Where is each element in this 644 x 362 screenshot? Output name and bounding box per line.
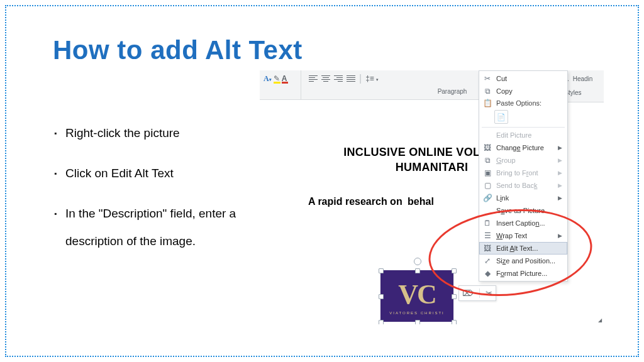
ctx-group: ⧉ Group ▶ — [479, 154, 567, 167]
font-group: A▾ ✎ A ◢ — [260, 70, 301, 99]
chevron-right-icon: ▶ — [558, 195, 562, 201]
save-icon — [483, 206, 492, 215]
ctx-format-picture[interactable]: ◆ Format Picture... — [479, 267, 567, 280]
crop-icon[interactable]: ✂ — [486, 288, 492, 298]
send-back-icon: ▢ — [483, 181, 492, 190]
change-picture-icon: 🖼 — [483, 143, 492, 152]
bullet-item: In the "Description" field, enter a desc… — [54, 200, 249, 255]
chevron-right-icon: ▶ — [558, 170, 562, 176]
ctx-paste-header: 📋 Paste Options: — [479, 97, 567, 109]
line-spacing-icon[interactable]: ‡≡ ▾ — [365, 74, 379, 83]
ctx-edit-picture: Edit Picture — [479, 129, 567, 141]
chevron-right-icon: ▶ — [558, 157, 562, 163]
logo-subtext: VIATORES CHRISTI — [389, 311, 444, 315]
ctx-cut[interactable]: ✂ Cut — [479, 72, 567, 85]
resize-handle[interactable] — [415, 268, 420, 273]
resize-handle[interactable] — [452, 268, 457, 273]
chevron-right-icon: ▶ — [558, 145, 562, 151]
layout-options-toolbar[interactable]: ⌦ ✂ — [458, 285, 496, 301]
link-icon: 🔗 — [483, 194, 492, 202]
resize-handle[interactable] — [379, 268, 384, 273]
highlight-icon[interactable]: ✎ — [274, 74, 280, 83]
bullet-item: Right-click the picture — [54, 119, 249, 147]
ctx-insert-caption[interactable]: 🗒 Insert Caption... — [479, 217, 567, 229]
align-justify-icon[interactable] — [347, 75, 355, 82]
chevron-right-icon: ▶ — [558, 182, 562, 189]
font-color-icon[interactable]: A — [282, 74, 287, 83]
resize-handle[interactable] — [415, 320, 420, 324]
format-icon: ◆ — [483, 269, 492, 278]
ctx-bring-front: ▣ Bring to Front ▶ — [479, 167, 567, 179]
rotate-handle-icon[interactable] — [414, 258, 421, 265]
paragraph-label: Paragraph — [438, 88, 467, 95]
size-icon: ⤢ — [483, 256, 492, 265]
context-menu: ✂ Cut ⧉ Copy 📋 Paste Options: 📄 Edit Pic… — [479, 70, 568, 282]
ctx-change-picture[interactable]: 🖼 Change Picture ▶ — [479, 141, 567, 154]
chevron-right-icon: ▶ — [558, 233, 562, 239]
ctx-save-as-picture[interactable]: Save as Picture... — [479, 204, 567, 217]
selected-image[interactable]: VC VIATORES CHRISTI — [380, 270, 453, 322]
slide-title: How to add Alt Text — [53, 35, 303, 65]
group-icon: ⧉ — [483, 156, 492, 165]
wrap-text-icon: ☰ — [483, 231, 492, 240]
resize-handle[interactable] — [379, 320, 384, 324]
clipboard-icon: 📋 — [483, 99, 492, 107]
blank-icon — [483, 131, 492, 140]
separator — [482, 127, 565, 128]
ctx-edit-alt-text[interactable]: 🖼 Edit Alt Text... — [479, 242, 567, 255]
ctx-size-position[interactable]: ⤢ Size and Position... — [479, 255, 567, 267]
align-right-icon[interactable] — [334, 75, 343, 82]
ctx-copy[interactable]: ⧉ Copy — [479, 85, 567, 97]
bring-front-icon: ▣ — [483, 168, 492, 177]
paste-option-button[interactable]: 📄 — [494, 110, 508, 124]
style-item[interactable]: Headin — [573, 75, 593, 82]
caption-icon: 🗒 — [483, 219, 492, 228]
resize-handle[interactable] — [379, 294, 384, 299]
layout-options-icon[interactable]: ⌦ — [462, 288, 474, 298]
align-center-icon[interactable] — [321, 75, 330, 82]
alt-text-icon: 🖼 — [483, 244, 492, 253]
scissors-icon: ✂ — [483, 74, 492, 83]
ctx-link[interactable]: 🔗 Link ▶ — [479, 192, 567, 204]
word-screenshot: A▾ ✎ A ◢ | ‡≡ ▾ Paragraph ◢ — [260, 70, 604, 324]
copy-icon: ⧉ — [483, 87, 492, 96]
ctx-wrap-text[interactable]: ☰ Wrap Text ▶ — [479, 229, 567, 242]
font-color-style-icon[interactable]: A▾ — [264, 74, 272, 84]
logo-letters: VC — [398, 277, 436, 309]
paste-options: 📄 — [479, 109, 567, 126]
font-dialog-launcher-icon[interactable]: ◢ — [598, 317, 602, 323]
align-left-icon[interactable] — [309, 75, 318, 82]
ctx-send-back: ▢ Send to Back ▶ — [479, 179, 567, 192]
bullet-item: Click on Edit Alt Text — [54, 160, 249, 187]
resize-handle[interactable] — [452, 320, 457, 324]
divider — [479, 288, 480, 298]
resize-handle[interactable] — [452, 294, 457, 299]
bullet-list: Right-click the picture Click on Edit Al… — [54, 119, 249, 268]
